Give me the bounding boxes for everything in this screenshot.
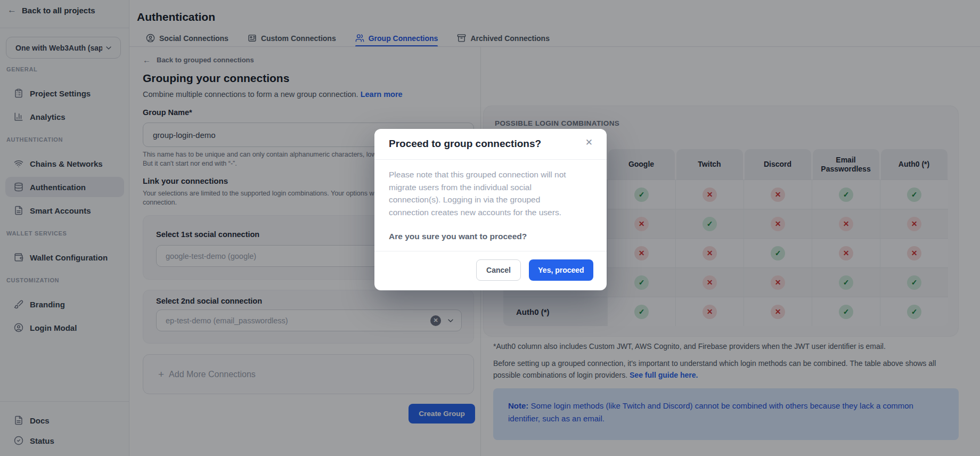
modal-body-text: Please note that this grouped connection… [389, 168, 593, 218]
close-icon[interactable]: ✕ [583, 135, 595, 150]
modal-body-line: Please note that this grouped connection… [389, 168, 593, 181]
divider [374, 159, 607, 160]
modal-body-line: migrate users from the individual social [389, 181, 593, 194]
app-root: ← Back to all projects One with Web3Auth… [0, 0, 980, 456]
modal-footer: Cancel Yes, proceed [476, 259, 593, 281]
divider [374, 251, 607, 251]
modal-body-line: connection creates new accounts for the … [389, 206, 593, 219]
modal-title: Proceed to group connections? [389, 138, 541, 150]
cancel-button[interactable]: Cancel [476, 259, 521, 281]
proceed-modal: Proceed to group connections? ✕ Please n… [374, 129, 607, 290]
yes-proceed-button[interactable]: Yes, proceed [529, 259, 593, 281]
modal-body-line: connection(s). Logging in via the groupe… [389, 193, 593, 206]
modal-question: Are you sure you want to proceed? [389, 232, 527, 241]
